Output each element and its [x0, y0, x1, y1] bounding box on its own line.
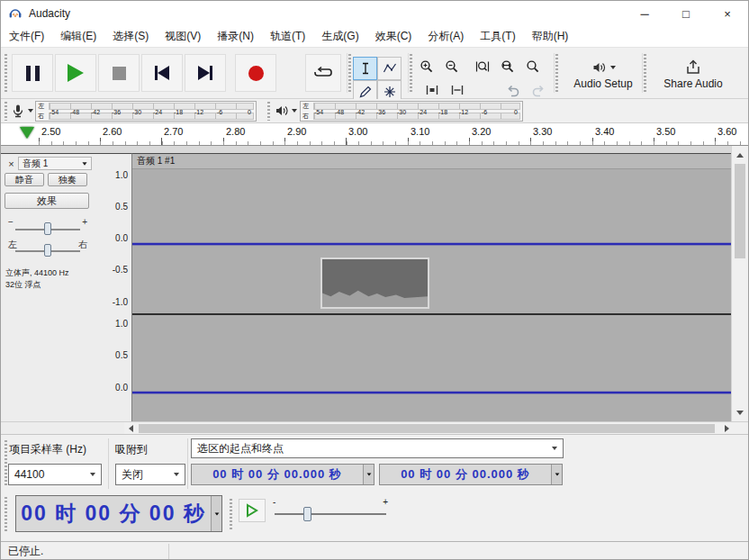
meter-tick: -48 — [335, 108, 344, 114]
horizontal-scroll-track[interactable] — [137, 422, 720, 435]
zoom-toggle-button[interactable] — [521, 55, 545, 77]
gain-slider[interactable]: − + — [5, 217, 91, 237]
time-format-menu[interactable] — [551, 465, 562, 484]
selection-toolbar: 项目采样率 (Hz) 吸附到 选区的起点和终点 44100 关闭 00 时 00… — [1, 434, 748, 492]
redo-button[interactable] — [527, 78, 550, 101]
time-format-menu[interactable] — [211, 496, 221, 531]
recording-meter-grip[interactable] — [5, 102, 7, 121]
timeline-tick: 2.50 — [41, 126, 60, 137]
vertical-scroll-thumb[interactable] — [735, 164, 745, 258]
trim-audio-button[interactable] — [420, 78, 444, 101]
skip-to-end-button[interactable] — [185, 54, 226, 92]
zoom-out-button[interactable] — [440, 55, 464, 77]
menu-analyze[interactable]: 分析(A) — [420, 29, 472, 44]
clip-header[interactable]: 音频 1 #1 — [132, 154, 733, 169]
snap-to-combo[interactable]: 关闭 — [115, 464, 185, 485]
edit-toolbar-grip[interactable] — [410, 54, 412, 93]
menu-file[interactable]: 文件(F) — [1, 29, 52, 44]
audio-position-display[interactable]: 00 时 00 分 00 秒 — [15, 495, 222, 532]
menu-select[interactable]: 选择(S) — [104, 29, 157, 44]
scroll-left-button[interactable] — [124, 422, 137, 435]
horizontal-scrollbar[interactable] — [1, 421, 748, 434]
undo-button[interactable] — [501, 78, 525, 101]
audio-setup-toolbar-grip[interactable] — [555, 54, 558, 93]
speed-slider-thumb[interactable] — [303, 507, 311, 521]
track-format-info: 立体声, 44100 Hz — [5, 267, 69, 279]
gain-slider-thumb[interactable] — [44, 222, 51, 235]
fit-project-icon — [501, 59, 515, 74]
skip-to-start-button[interactable] — [141, 54, 183, 92]
menu-tools[interactable]: 工具(T) — [472, 29, 523, 44]
transport-toolbar-grip[interactable] — [5, 54, 7, 93]
meter-tick: -18 — [438, 108, 447, 114]
recording-meter-menu[interactable] — [11, 104, 33, 118]
effects-button[interactable]: 效果 — [5, 193, 89, 209]
scroll-up-button[interactable] — [732, 148, 748, 162]
timeline-tick: 3.20 — [472, 126, 491, 137]
selection-tool-button[interactable] — [353, 57, 377, 80]
timeline-ruler[interactable]: 2.50 2.60 2.70 2.80 2.90 3.00 3.10 3.20 … — [1, 123, 748, 146]
selection-mode-combo[interactable]: 选区的起点和终点 — [191, 438, 564, 458]
project-rate-combo[interactable]: 44100 — [8, 464, 102, 485]
tools-toolbar-grip[interactable] — [348, 54, 351, 93]
window-title: Audacity — [29, 7, 70, 20]
fit-project-button[interactable] — [496, 55, 519, 77]
vertical-scrollbar[interactable] — [731, 146, 748, 421]
play-at-speed-grip[interactable] — [230, 499, 232, 529]
play-at-speed-icon — [244, 502, 260, 519]
scroll-down-button[interactable] — [732, 405, 748, 420]
status-separator — [168, 544, 169, 559]
solo-button[interactable]: 独奏 — [48, 173, 87, 186]
playback-speed-slider[interactable]: - + — [271, 497, 390, 524]
share-audio-button[interactable]: Share Audio — [651, 57, 735, 93]
share-toolbar-grip[interactable] — [644, 54, 646, 93]
channel-divider — [132, 313, 733, 315]
meter-tick: -54 — [314, 108, 323, 114]
ruler-value: -1.0 — [113, 297, 128, 307]
pause-button[interactable] — [12, 54, 53, 92]
loop-button[interactable] — [305, 54, 341, 92]
stop-button[interactable] — [98, 54, 140, 92]
minimize-button[interactable]: ─ — [624, 1, 665, 26]
menu-edit[interactable]: 编辑(E) — [52, 29, 104, 44]
silence-audio-button[interactable] — [446, 78, 469, 101]
record-button[interactable] — [235, 54, 276, 92]
menu-tracks[interactable]: 轨道(T) — [262, 29, 313, 44]
pan-slider[interactable]: 左 右 — [5, 239, 91, 258]
play-at-speed-button[interactable] — [239, 499, 266, 522]
waveform-area[interactable]: 音频 1 #1 — [132, 153, 733, 421]
menu-effect[interactable]: 效果(C) — [367, 29, 420, 44]
fit-selection-button[interactable] — [471, 55, 494, 77]
menu-generate[interactable]: 生成(G) — [313, 29, 366, 44]
menu-transport[interactable]: 播录(N) — [209, 29, 262, 44]
speed-min-label: - — [273, 497, 275, 507]
timeline-tick: 3.40 — [595, 126, 614, 137]
horizontal-scroll-thumb[interactable] — [139, 424, 715, 433]
playback-meter-menu[interactable] — [275, 104, 297, 118]
playhead-triangle-icon[interactable] — [20, 127, 34, 139]
play-icon — [68, 64, 84, 82]
track-close-button[interactable]: × — [5, 158, 17, 170]
playback-meter-grip[interactable] — [267, 102, 270, 121]
ruler-value: 1.0 — [115, 170, 128, 180]
mute-button[interactable]: 静音 — [5, 173, 44, 186]
meter-bar-left — [49, 103, 254, 110]
selection-start-field[interactable]: 00 时 00 分 00.000 秒 — [191, 464, 374, 485]
close-button[interactable]: × — [707, 1, 748, 26]
envelope-tool-button[interactable] — [377, 57, 402, 80]
selection-toolbar-grip[interactable] — [5, 440, 7, 487]
time-format-menu[interactable] — [363, 465, 374, 484]
meter-tick: -36 — [376, 108, 385, 114]
playback-meter[interactable]: 左 右 -54 -48 -42 -36 -30 -24 -18 -12 -6 0 — [300, 101, 523, 122]
play-button[interactable] — [55, 54, 96, 92]
pan-slider-thumb[interactable] — [44, 244, 51, 257]
audio-setup-button[interactable]: Audio Setup — [561, 57, 645, 93]
track-name-menu[interactable]: 音频 1 — [18, 157, 92, 170]
menu-help[interactable]: 帮助(H) — [524, 29, 577, 44]
selection-end-field[interactable]: 00 时 00 分 00.000 秒 — [379, 464, 563, 485]
zoom-in-button[interactable] — [415, 55, 438, 77]
menu-view[interactable]: 视图(V) — [157, 29, 209, 44]
time-toolbar-grip[interactable] — [5, 497, 7, 533]
maximize-button[interactable]: □ — [665, 1, 707, 26]
recording-meter[interactable]: 左 右 -54 -48 -42 -36 -30 -24 -18 -12 -6 0 — [35, 101, 257, 122]
